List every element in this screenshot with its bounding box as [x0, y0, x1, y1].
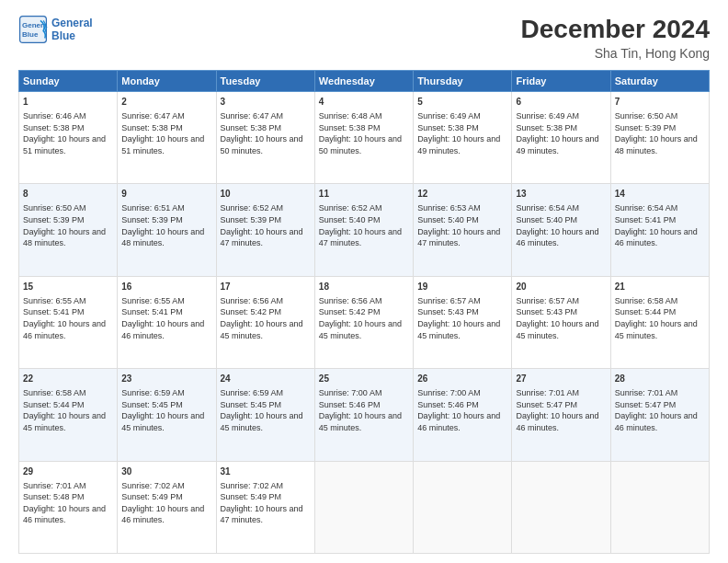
day-number: 30 — [121, 465, 211, 478]
day-number: 15 — [23, 281, 113, 293]
daylight-text: Daylight: 10 hours and 45 minutes. — [319, 411, 402, 432]
table-row: 28Sunrise: 7:01 AMSunset: 5:47 PMDayligh… — [610, 369, 709, 461]
sunrise-text: Sunrise: 6:47 AM — [221, 111, 284, 121]
sunrise-text: Sunrise: 7:00 AM — [319, 388, 382, 397]
sunrise-text: Sunrise: 6:47 AM — [121, 111, 185, 121]
table-row: 13Sunrise: 6:54 AMSunset: 5:40 PMDayligh… — [512, 184, 610, 276]
sunrise-text: Sunrise: 7:01 AM — [23, 481, 86, 490]
sunset-text: Sunset: 5:39 PM — [121, 215, 183, 224]
daylight-text: Daylight: 10 hours and 46 minutes. — [516, 227, 598, 248]
daylight-text: Daylight: 10 hours and 48 minutes. — [615, 134, 698, 155]
table-row: 19Sunrise: 6:57 AMSunset: 5:43 PMDayligh… — [414, 276, 512, 368]
sunset-text: Sunset: 5:40 PM — [319, 215, 381, 224]
daylight-text: Daylight: 10 hours and 51 minutes. — [23, 134, 106, 155]
header-friday: Friday — [512, 71, 610, 92]
sunrise-text: Sunrise: 6:53 AM — [417, 203, 481, 213]
daylight-text: Daylight: 10 hours and 45 minutes. — [417, 319, 500, 340]
daylight-text: Daylight: 10 hours and 47 minutes. — [221, 504, 303, 525]
day-number: 4 — [319, 96, 409, 109]
calendar-week-row: 15Sunrise: 6:55 AMSunset: 5:41 PMDayligh… — [19, 276, 710, 368]
daylight-text: Daylight: 10 hours and 48 minutes. — [23, 227, 106, 248]
daylight-text: Daylight: 10 hours and 45 minutes. — [319, 319, 402, 340]
sunrise-text: Sunrise: 7:02 AM — [221, 481, 284, 490]
sunrise-text: Sunrise: 6:52 AM — [221, 203, 284, 213]
table-row: 24Sunrise: 6:59 AMSunset: 5:45 PMDayligh… — [216, 369, 314, 461]
day-number: 2 — [121, 96, 211, 109]
table-row: 16Sunrise: 6:55 AMSunset: 5:41 PMDayligh… — [118, 276, 216, 368]
table-row: 22Sunrise: 6:58 AMSunset: 5:44 PMDayligh… — [19, 369, 118, 461]
table-row: 7Sunrise: 6:50 AMSunset: 5:39 PMDaylight… — [610, 92, 709, 184]
day-number: 6 — [516, 96, 606, 109]
table-row: 18Sunrise: 6:56 AMSunset: 5:42 PMDayligh… — [314, 276, 413, 368]
daylight-text: Daylight: 10 hours and 45 minutes. — [23, 411, 106, 432]
sunset-text: Sunset: 5:38 PM — [516, 123, 577, 132]
daylight-text: Daylight: 10 hours and 46 minutes. — [121, 319, 204, 340]
calendar-week-row: 1Sunrise: 6:46 AMSunset: 5:38 PMDaylight… — [19, 92, 710, 184]
table-row: 26Sunrise: 7:00 AMSunset: 5:46 PMDayligh… — [414, 369, 512, 461]
calendar-week-row: 29Sunrise: 7:01 AMSunset: 5:48 PMDayligh… — [19, 461, 710, 553]
daylight-text: Daylight: 10 hours and 51 minutes. — [121, 134, 204, 155]
table-row: 27Sunrise: 7:01 AMSunset: 5:47 PMDayligh… — [512, 369, 610, 461]
table-row: 12Sunrise: 6:53 AMSunset: 5:40 PMDayligh… — [414, 184, 512, 276]
sunrise-text: Sunrise: 6:51 AM — [121, 203, 185, 213]
table-row: 1Sunrise: 6:46 AMSunset: 5:38 PMDaylight… — [19, 92, 118, 184]
header-wednesday: Wednesday — [314, 71, 413, 92]
calendar-table: Sunday Monday Tuesday Wednesday Thursday… — [18, 70, 710, 554]
table-row: 6Sunrise: 6:49 AMSunset: 5:38 PMDaylight… — [512, 92, 610, 184]
daylight-text: Daylight: 10 hours and 46 minutes. — [516, 411, 598, 432]
daylight-text: Daylight: 10 hours and 48 minutes. — [121, 227, 204, 248]
calendar-header-row: Sunday Monday Tuesday Wednesday Thursday… — [19, 71, 710, 92]
day-number: 26 — [417, 373, 507, 385]
sunset-text: Sunset: 5:43 PM — [516, 307, 577, 316]
day-number: 25 — [319, 373, 409, 385]
daylight-text: Daylight: 10 hours and 46 minutes. — [615, 227, 698, 248]
daylight-text: Daylight: 10 hours and 46 minutes. — [417, 411, 500, 432]
sunset-text: Sunset: 5:39 PM — [615, 123, 677, 132]
sunset-text: Sunset: 5:40 PM — [516, 215, 577, 224]
sunset-text: Sunset: 5:38 PM — [121, 123, 183, 132]
sunrise-text: Sunrise: 6:57 AM — [417, 296, 481, 305]
sunset-text: Sunset: 5:49 PM — [121, 492, 183, 501]
table-row: 14Sunrise: 6:54 AMSunset: 5:41 PMDayligh… — [610, 184, 709, 276]
sunrise-text: Sunrise: 6:59 AM — [221, 388, 284, 397]
daylight-text: Daylight: 10 hours and 46 minutes. — [23, 319, 106, 340]
daylight-text: Daylight: 10 hours and 45 minutes. — [615, 319, 698, 340]
daylight-text: Daylight: 10 hours and 45 minutes. — [516, 319, 598, 340]
daylight-text: Daylight: 10 hours and 50 minutes. — [319, 134, 402, 155]
sunrise-text: Sunrise: 6:49 AM — [417, 111, 481, 121]
day-number: 24 — [221, 373, 311, 385]
day-number: 29 — [23, 465, 113, 478]
sunset-text: Sunset: 5:38 PM — [319, 123, 381, 132]
title-block: December 2024 Sha Tin, Hong Kong — [521, 15, 710, 61]
sunset-text: Sunset: 5:44 PM — [23, 400, 85, 409]
day-number: 8 — [23, 188, 113, 201]
day-number: 23 — [121, 373, 211, 385]
daylight-text: Daylight: 10 hours and 49 minutes. — [516, 134, 598, 155]
daylight-text: Daylight: 10 hours and 46 minutes. — [121, 504, 204, 525]
sunrise-text: Sunrise: 6:56 AM — [319, 296, 382, 305]
day-number: 10 — [221, 188, 311, 201]
day-number: 13 — [516, 188, 606, 201]
sunrise-text: Sunrise: 6:50 AM — [615, 111, 678, 121]
table-row: 20Sunrise: 6:57 AMSunset: 5:43 PMDayligh… — [512, 276, 610, 368]
table-row — [512, 461, 610, 553]
table-row: 10Sunrise: 6:52 AMSunset: 5:39 PMDayligh… — [216, 184, 314, 276]
day-number: 31 — [221, 465, 311, 478]
calendar-week-row: 22Sunrise: 6:58 AMSunset: 5:44 PMDayligh… — [19, 369, 710, 461]
table-row: 15Sunrise: 6:55 AMSunset: 5:41 PMDayligh… — [19, 276, 118, 368]
main-title: December 2024 — [521, 15, 710, 44]
daylight-text: Daylight: 10 hours and 45 minutes. — [221, 319, 303, 340]
header-sunday: Sunday — [19, 71, 118, 92]
sunrise-text: Sunrise: 7:01 AM — [615, 388, 678, 397]
day-number: 12 — [417, 188, 507, 201]
sunset-text: Sunset: 5:43 PM — [417, 307, 479, 316]
day-number: 5 — [417, 96, 507, 109]
table-row: 23Sunrise: 6:59 AMSunset: 5:45 PMDayligh… — [118, 369, 216, 461]
sunset-text: Sunset: 5:40 PM — [417, 215, 479, 224]
sunset-text: Sunset: 5:44 PM — [615, 307, 677, 316]
sunrise-text: Sunrise: 6:57 AM — [516, 296, 579, 305]
table-row: 3Sunrise: 6:47 AMSunset: 5:38 PMDaylight… — [216, 92, 314, 184]
subtitle: Sha Tin, Hong Kong — [521, 46, 710, 61]
day-number: 17 — [221, 281, 311, 293]
table-row: 29Sunrise: 7:01 AMSunset: 5:48 PMDayligh… — [19, 461, 118, 553]
